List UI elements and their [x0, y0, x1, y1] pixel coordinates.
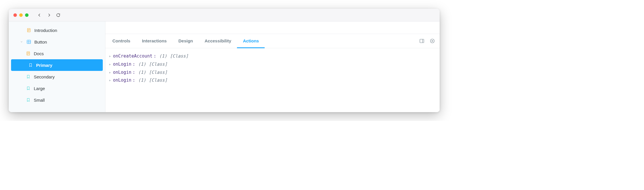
sidebar-item-label: Button	[34, 40, 47, 44]
window-maximize-button[interactable]	[25, 13, 29, 17]
bookmark-icon	[28, 63, 33, 67]
action-class: [Class]	[149, 69, 167, 77]
sidebar-item-secondary[interactable]: Secondary	[9, 71, 105, 83]
action-log-entry[interactable]: ▸ onLogin: (1) [Class]	[108, 69, 437, 77]
nav-forward-button[interactable]	[45, 12, 52, 19]
bookmark-icon	[26, 74, 31, 79]
action-count: (1)	[138, 69, 146, 77]
app-body: Introduction Button Docs	[9, 21, 440, 112]
window-traffic-lights	[13, 13, 29, 17]
main-panel: Controls Interactions Design Accessibili…	[105, 21, 440, 112]
action-count: (1)	[159, 52, 167, 60]
document-icon	[26, 51, 31, 56]
tab-actions[interactable]: Actions	[237, 34, 265, 48]
caret-right-icon: ▸	[108, 76, 112, 85]
action-name: onLogin	[113, 76, 131, 85]
window-close-button[interactable]	[13, 13, 17, 17]
action-log-entry[interactable]: ▸ onLogin: (1) [Class]	[108, 60, 437, 69]
bookmark-icon	[26, 98, 31, 102]
sidebar-item-label: Large	[34, 86, 45, 91]
sidebar-item-label: Small	[34, 98, 45, 103]
action-name: onLogin	[113, 69, 131, 77]
action-class: [Class]	[149, 76, 167, 85]
action-log-entry[interactable]: ▸ onLogin: (1) [Class]	[108, 76, 437, 85]
sidebar-item-large[interactable]: Large	[9, 83, 105, 94]
tab-interactions[interactable]: Interactions	[136, 34, 173, 48]
sidebar-item-label: Docs	[34, 51, 44, 56]
action-count: (1)	[138, 76, 146, 85]
action-log-entry[interactable]: ▸ onCreateAccount: (1) [Class]	[108, 52, 437, 60]
document-icon	[26, 28, 31, 33]
caret-right-icon: ▸	[108, 69, 112, 77]
tab-controls[interactable]: Controls	[107, 34, 136, 48]
nav-reload-button[interactable]	[55, 12, 62, 19]
caret-right-icon: ▸	[108, 60, 112, 69]
svg-rect-11	[420, 39, 424, 43]
sidebar: Introduction Button Docs	[9, 21, 105, 112]
tab-design[interactable]: Design	[173, 34, 199, 48]
toggle-panel-icon[interactable]	[417, 37, 426, 45]
window-titlebar	[9, 9, 440, 21]
action-count: (1)	[138, 60, 146, 69]
addon-tabs: Controls Interactions Design Accessibili…	[105, 34, 440, 48]
app-window: Introduction Button Docs	[9, 9, 440, 112]
sidebar-item-primary[interactable]: Primary	[11, 59, 103, 71]
tab-accessibility[interactable]: Accessibility	[199, 34, 237, 48]
sidebar-item-introduction[interactable]: Introduction	[9, 24, 105, 36]
window-minimize-button[interactable]	[19, 13, 23, 17]
action-name: onCreateAccount	[113, 52, 152, 60]
preview-area	[105, 21, 440, 34]
bookmark-icon	[26, 86, 31, 91]
action-class: [Class]	[170, 52, 188, 60]
caret-right-icon: ▸	[108, 52, 112, 60]
sidebar-item-label: Primary	[36, 63, 52, 68]
close-panel-icon[interactable]	[428, 37, 437, 45]
nav-back-button[interactable]	[36, 12, 43, 19]
action-class: [Class]	[149, 60, 167, 69]
sidebar-item-label: Introduction	[34, 28, 57, 33]
sidebar-item-button[interactable]: Button	[9, 36, 105, 48]
component-icon	[26, 40, 31, 44]
actions-log: ▸ onCreateAccount: (1) [Class] ▸ onLogin…	[105, 48, 440, 89]
action-name: onLogin	[113, 60, 131, 69]
sidebar-item-docs[interactable]: Docs	[9, 48, 105, 59]
sidebar-item-small[interactable]: Small	[9, 94, 105, 106]
sidebar-item-label: Secondary	[34, 74, 55, 79]
chevron-down-icon[interactable]	[20, 40, 23, 43]
